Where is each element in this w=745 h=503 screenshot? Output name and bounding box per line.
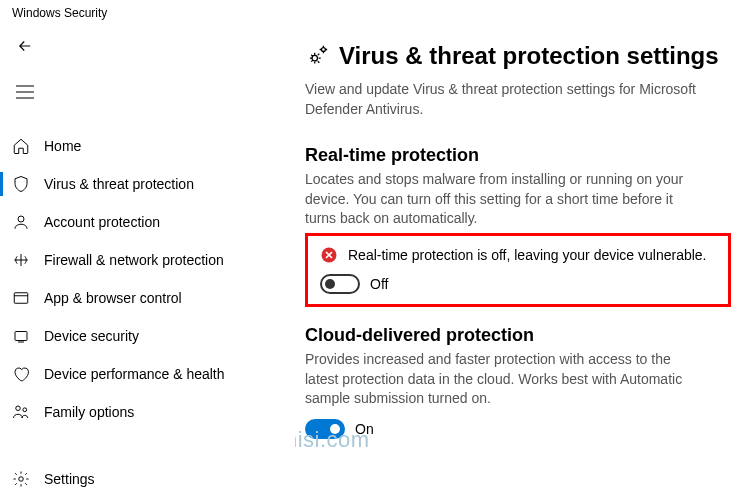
cloud-section: Cloud-delivered protection Provides incr… — [305, 325, 731, 439]
cloud-toggle[interactable] — [305, 419, 345, 439]
sidebar-item-virus[interactable]: Virus & threat protection — [0, 166, 295, 202]
gear-icon — [12, 470, 30, 488]
error-icon — [320, 246, 338, 264]
family-icon — [12, 403, 30, 421]
sidebar-item-firewall[interactable]: Firewall & network protection — [0, 242, 295, 278]
back-arrow-icon — [16, 37, 34, 55]
svg-point-0 — [18, 216, 24, 222]
sidebar-item-label: Device security — [44, 328, 139, 344]
realtime-toggle-state: Off — [370, 276, 388, 292]
sidebar-item-app[interactable]: App & browser control — [0, 280, 295, 316]
realtime-heading: Real-time protection — [305, 145, 731, 166]
back-button[interactable] — [0, 30, 40, 62]
page-title: Virus & threat protection settings — [339, 42, 719, 70]
menu-button[interactable] — [0, 74, 40, 110]
app-browser-icon — [12, 289, 30, 307]
sidebar-item-label: Settings — [44, 471, 95, 487]
svg-rect-1 — [14, 293, 28, 304]
sidebar-item-label: Device performance & health — [44, 366, 225, 382]
sidebar-item-label: Home — [44, 138, 81, 154]
sidebar-item-label: Firewall & network protection — [44, 252, 224, 268]
svg-rect-2 — [15, 332, 27, 341]
sidebar-item-home[interactable]: Home — [0, 128, 295, 164]
gears-icon — [305, 43, 331, 69]
svg-point-5 — [19, 477, 24, 482]
sidebar-item-label: Account protection — [44, 214, 160, 230]
firewall-icon — [12, 251, 30, 269]
sidebar: Home Virus & threat protection Account p… — [0, 26, 295, 503]
window-title: Windows Security — [0, 0, 745, 26]
svg-point-3 — [16, 406, 21, 411]
home-icon — [12, 137, 30, 155]
cloud-toggle-state: On — [355, 421, 374, 437]
sidebar-item-performance[interactable]: Device performance & health — [0, 356, 295, 392]
sidebar-item-device-security[interactable]: Device security — [0, 318, 295, 354]
person-icon — [12, 213, 30, 231]
realtime-toggle[interactable] — [320, 274, 360, 294]
sidebar-item-label: Family options — [44, 404, 134, 420]
shield-icon — [12, 175, 30, 193]
cloud-heading: Cloud-delivered protection — [305, 325, 731, 346]
sidebar-item-family[interactable]: Family options — [0, 394, 295, 430]
realtime-warning: Real-time protection is off, leaving you… — [348, 247, 706, 263]
realtime-description: Locates and stops malware from installin… — [305, 170, 705, 229]
sidebar-item-label: Virus & threat protection — [44, 176, 194, 192]
sidebar-item-account[interactable]: Account protection — [0, 204, 295, 240]
device-chip-icon — [12, 327, 30, 345]
heart-icon — [12, 365, 30, 383]
svg-point-4 — [23, 408, 27, 412]
cloud-description: Provides increased and faster protection… — [305, 350, 705, 409]
svg-point-7 — [321, 48, 325, 52]
svg-point-6 — [312, 55, 317, 60]
sidebar-item-settings[interactable]: Settings — [0, 461, 295, 497]
realtime-section: Real-time protection Locates and stops m… — [305, 145, 731, 229]
sidebar-item-label: App & browser control — [44, 290, 182, 306]
page-description: View and update Virus & threat protectio… — [305, 80, 705, 119]
hamburger-icon — [16, 85, 34, 99]
highlight-box: 4 Real-time protection is off, leaving y… — [305, 233, 731, 307]
main-content: Virus & threat protection settings View … — [295, 26, 745, 503]
